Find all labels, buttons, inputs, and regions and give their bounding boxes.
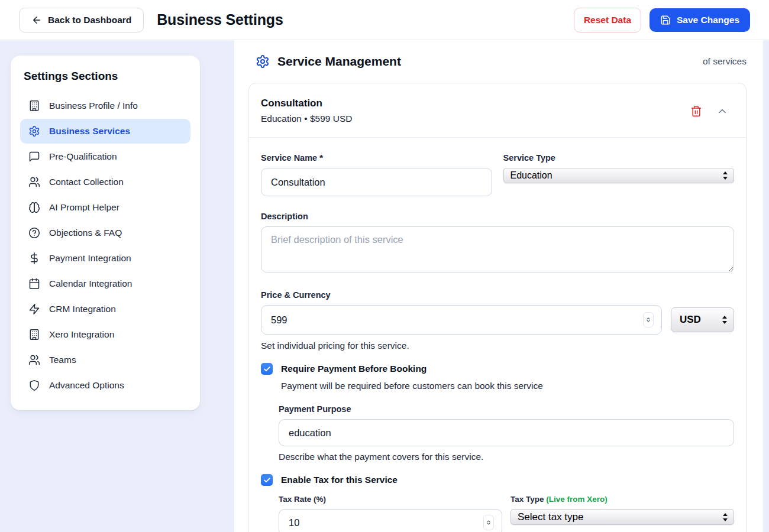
sidebar-title: Settings Sections (24, 70, 187, 83)
help-circle-icon (28, 227, 40, 239)
chat-bubble-icon (28, 151, 40, 163)
service-card-actions (690, 105, 728, 117)
calendar-icon (28, 278, 40, 290)
tax-type-label-text: Tax Type (510, 495, 544, 504)
zap-icon (28, 303, 40, 315)
service-name-field-group: Service Name * (261, 153, 492, 196)
require-payment-checkbox[interactable] (261, 363, 273, 375)
save-changes-button[interactable]: Save Changes (650, 8, 750, 32)
tax-rate-group: Tax Rate (%) (279, 495, 502, 532)
up-down-chevrons-icon (645, 314, 652, 325)
tax-rate-label: Tax Rate (%) (279, 495, 502, 504)
name-type-row: Service Name * Service Type Education (261, 153, 734, 196)
sidebar-item-objections-faq[interactable]: Objections & FAQ (20, 220, 190, 245)
sidebar-item-label: Calendar Integration (49, 278, 132, 289)
page-content: Settings Sections Business Profile / Inf… (0, 40, 769, 532)
reset-data-button[interactable]: Reset Data (574, 8, 641, 33)
sidebar-item-calendar-integration[interactable]: Calendar Integration (20, 271, 190, 296)
sidebar-item-label: AI Prompt Helper (49, 202, 119, 213)
tax-rate-stepper[interactable] (483, 515, 494, 530)
settings-sections-card: Settings Sections Business Profile / Inf… (11, 56, 200, 410)
price-currency-label: Price & Currency (261, 290, 734, 300)
price-stepper[interactable] (643, 312, 654, 327)
payment-purpose-helper: Describe what the payment covers for thi… (279, 452, 734, 462)
enable-tax-checkbox[interactable] (261, 474, 273, 486)
sidebar-item-xero-integration[interactable]: Xero Integration (20, 322, 190, 347)
section-title: Service Management (277, 54, 401, 69)
up-down-arrows-icon (722, 171, 729, 180)
floppy-disk-icon (660, 15, 671, 25)
sidebar-item-contact-collection[interactable]: Contact Collection (20, 170, 190, 194)
sidebar-item-label: Objections & FAQ (49, 228, 122, 238)
service-type-label: Service Type (503, 153, 735, 163)
users-icon (28, 176, 40, 188)
require-payment-row: Require Payment Before Booking (261, 363, 734, 375)
currency-select[interactable]: USD (671, 307, 734, 332)
sidebar-item-label: CRM Integration (49, 304, 116, 314)
sidebar-item-label: Advanced Options (49, 380, 124, 391)
service-name-input[interactable] (261, 168, 492, 196)
brain-icon (28, 202, 40, 213)
sidebar-item-business-profile[interactable]: Business Profile / Info (20, 93, 190, 118)
shield-icon (28, 379, 40, 391)
require-payment-label: Require Payment Before Booking (281, 364, 426, 374)
tax-rate-input-wrap (279, 509, 502, 532)
gear-icon (28, 125, 40, 137)
dollar-icon (28, 252, 40, 264)
tax-type-label: Tax Type (Live from Xero) (510, 495, 734, 504)
services-count-note: of services (703, 56, 747, 67)
description-field-group: Description (261, 212, 734, 275)
tax-type-live-note: (Live from Xero) (546, 495, 608, 504)
service-card-title: Consultation (261, 98, 353, 109)
trash-icon (690, 105, 702, 117)
description-textarea[interactable] (261, 226, 734, 273)
collapse-service-button[interactable] (716, 105, 728, 117)
service-card-header[interactable]: Consultation Education • $599 USD (249, 83, 746, 138)
page-title: Business Settings (157, 11, 283, 28)
sidebar-column: Settings Sections Business Profile / Inf… (0, 40, 234, 532)
check-icon (263, 365, 271, 373)
service-type-field-group: Service Type Education (503, 153, 735, 196)
up-down-arrows-icon (722, 512, 729, 522)
service-name-label: Service Name * (261, 153, 492, 163)
sidebar-item-business-services[interactable]: Business Services (20, 119, 190, 144)
arrow-left-icon (31, 15, 42, 25)
up-down-chevrons-icon (485, 517, 492, 528)
sidebar-item-label: Teams (49, 355, 76, 365)
sidebar-item-label: Business Services (49, 126, 130, 137)
sidebar-item-advanced-options[interactable]: Advanced Options (20, 373, 190, 398)
service-card: Consultation Education • $599 USD Se (248, 83, 747, 532)
building-icon (28, 329, 40, 340)
sidebar-item-ai-prompt-helper[interactable]: AI Prompt Helper (20, 195, 190, 220)
description-label: Description (261, 212, 734, 221)
service-card-titles: Consultation Education • $599 USD (261, 98, 353, 124)
payment-purpose-input[interactable] (279, 419, 734, 446)
payment-purpose-group: Payment Purpose Describe what the paymen… (279, 404, 734, 462)
price-helper-text: Set individual pricing for this service. (261, 340, 734, 351)
sidebar-item-teams[interactable]: Teams (20, 348, 190, 372)
price-currency-row: USD (261, 305, 734, 335)
service-card-body: Service Name * Service Type Education De… (249, 138, 746, 532)
tax-type-group: Tax Type (Live from Xero) Select tax typ… (510, 495, 734, 532)
sidebar-item-label: Contact Collection (49, 177, 124, 187)
sidebar-item-label: Business Profile / Info (49, 100, 138, 111)
top-header: Back to Dashboard Business Settings Rese… (0, 0, 769, 40)
sidebar-item-crm-integration[interactable]: CRM Integration (20, 297, 190, 322)
currency-selected-value: USD (680, 314, 701, 326)
tax-type-select[interactable]: Select tax type (510, 509, 734, 525)
sidebar-item-label: Payment Integration (49, 253, 131, 264)
sidebar-item-label: Xero Integration (49, 329, 114, 340)
sidebar-item-label: Pre-Qualification (49, 151, 117, 162)
tax-rate-input[interactable] (279, 509, 502, 532)
check-icon (263, 476, 271, 484)
back-to-dashboard-button[interactable]: Back to Dashboard (19, 8, 144, 33)
sidebar-item-payment-integration[interactable]: Payment Integration (20, 246, 190, 271)
building-icon (28, 100, 40, 112)
delete-service-button[interactable] (690, 105, 702, 117)
save-button-label: Save Changes (677, 15, 739, 25)
price-input[interactable] (261, 305, 662, 335)
main-panel: Service Management of services Consultat… (234, 40, 763, 532)
chevron-up-icon (716, 105, 728, 117)
sidebar-item-pre-qualification[interactable]: Pre-Qualification (20, 144, 190, 169)
service-type-select[interactable]: Education (503, 168, 735, 183)
